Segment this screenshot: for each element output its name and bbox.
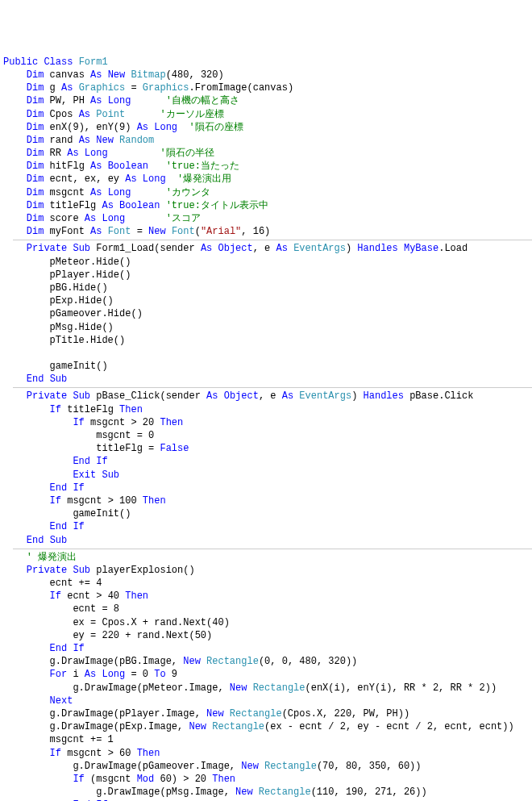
code-line: g.DrawImage(pBG.Image, New Rectangle(0, … — [3, 655, 532, 668]
code-token: As — [85, 669, 96, 680]
code-token: EventArgs — [299, 390, 351, 402]
code-token: New — [189, 721, 206, 732]
code-line: g.DrawImage(pGameover.Image, New Rectang… — [3, 760, 532, 773]
code-line: ey = 220 + rand.Next(50) — [3, 629, 532, 642]
code-token: Private — [27, 565, 67, 576]
code-token: (480, 320) — [166, 69, 224, 81]
code-token: Sub — [73, 390, 90, 402]
code-token: 9 — [166, 669, 177, 680]
code-line: ' 爆発演出 — [3, 551, 532, 564]
code-line: ecnt += 4 — [3, 577, 532, 590]
code-token — [102, 69, 107, 81]
code-token: Dim — [27, 213, 44, 224]
code-line: gameInit() — [3, 507, 532, 520]
code-token: i — [67, 669, 85, 680]
code-token: Font — [108, 226, 131, 237]
code-token: As — [90, 226, 102, 237]
code-token: Long — [102, 669, 125, 680]
code-token — [125, 109, 160, 120]
code-line: Dim msgcnt As Long 'カウンタ — [3, 186, 532, 199]
code-token: = — [125, 82, 143, 94]
code-token: ex = Cpos.X + rand.Next(40) — [73, 617, 229, 628]
code-token: Dim — [27, 95, 44, 106]
code-token: Sub — [102, 469, 119, 481]
code-token: New — [96, 135, 114, 146]
code-token — [102, 95, 107, 106]
code-token: If — [73, 643, 84, 654]
code-token: As — [206, 390, 218, 402]
code-token: End — [73, 456, 90, 467]
code-token — [125, 213, 165, 224]
code-token: Then — [119, 404, 143, 415]
code-token: Long — [143, 173, 166, 185]
code-token: g — [44, 82, 61, 94]
code-line: ex = Cpos.X + rand.Next(40) — [3, 616, 532, 629]
code-line: pPlayer.Hide() — [3, 269, 532, 282]
code-token: Next — [50, 695, 73, 707]
code-token: To — [154, 669, 165, 680]
code-token: pTitle.Hide() — [50, 335, 126, 346]
code-token: RR — [44, 148, 67, 159]
code-token: Dim — [27, 200, 44, 211]
code-token: Long — [108, 95, 131, 106]
code-token: = — [131, 226, 148, 237]
code-token: .Load — [438, 243, 468, 254]
code-token: ecnt > 40 — [61, 590, 125, 602]
code-line: Private Sub pBase_Click(sender As Object… — [3, 390, 532, 403]
code-line: pBG.Hide() — [3, 282, 532, 294]
code-token: Point — [96, 109, 125, 120]
code-token: (70, 80, 350, 60)) — [317, 761, 422, 772]
code-token: End — [27, 535, 44, 546]
code-token: playerExplosion() — [90, 565, 195, 576]
code-line: pGameover.Hide() — [3, 307, 532, 320]
code-token: New — [206, 708, 224, 720]
code-token: rand — [44, 135, 78, 146]
code-token: (Cpos.X, 220, PW, PH)) — [282, 708, 409, 720]
code-token: ' 爆発演出 — [27, 552, 77, 563]
code-token — [148, 161, 166, 172]
code-line: ecnt = 8 — [3, 603, 532, 615]
code-token: Dim — [27, 135, 44, 146]
code-token: Exit — [73, 469, 96, 481]
code-token: 'true:当たった — [166, 161, 239, 172]
code-token: enX(9), enY(9) — [44, 122, 136, 133]
code-token: Sub — [50, 535, 68, 546]
code-token: 'スコア — [166, 213, 201, 224]
code-token: Boolean — [119, 200, 160, 211]
code-token: Then — [137, 748, 160, 759]
code-token: Private — [27, 243, 67, 254]
code-token: End — [27, 373, 44, 385]
code-token: msgcnt = 0 — [96, 430, 154, 441]
code-token: pBG.Hide() — [50, 282, 108, 294]
code-token — [166, 226, 172, 237]
code-line: g.DrawImage(pPlayer.Image, New Rectangle… — [3, 707, 532, 720]
code-token: titleFlg = — [96, 443, 160, 454]
code-token: Public — [3, 56, 38, 68]
code-token — [44, 535, 49, 546]
code-token: As — [125, 173, 136, 185]
code-line: g.DrawImage(pMsg.Image, New Rectangle(11… — [3, 786, 532, 799]
code-token: As — [61, 82, 73, 94]
code-token — [247, 682, 252, 694]
code-token: Bitmap — [131, 69, 165, 81]
code-token — [224, 708, 230, 720]
code-token: Dim — [27, 109, 44, 120]
code-token — [398, 243, 404, 254]
code-line: Next — [3, 695, 532, 707]
code-token: Long — [85, 148, 108, 159]
code-line: If titleFlg Then — [3, 403, 532, 416]
code-token — [44, 373, 49, 385]
code-token: Then — [143, 495, 166, 507]
code-token: Graphics — [143, 82, 189, 94]
code-token: As — [90, 95, 102, 106]
code-token: pExp.Hide() — [50, 295, 114, 307]
code-token: titleFlg — [61, 404, 119, 415]
code-token — [79, 148, 85, 159]
code-line: End Sub — [3, 534, 532, 547]
code-token: Dim — [27, 226, 44, 237]
code-token — [108, 148, 160, 159]
code-token: msgcnt > 20 — [85, 417, 160, 428]
code-token: (enX(i), enY(i), RR * 2, RR * 2)) — [305, 682, 497, 694]
code-token: msgcnt — [44, 187, 90, 198]
code-token: g.DrawImage(pBG.Image, — [50, 656, 184, 667]
